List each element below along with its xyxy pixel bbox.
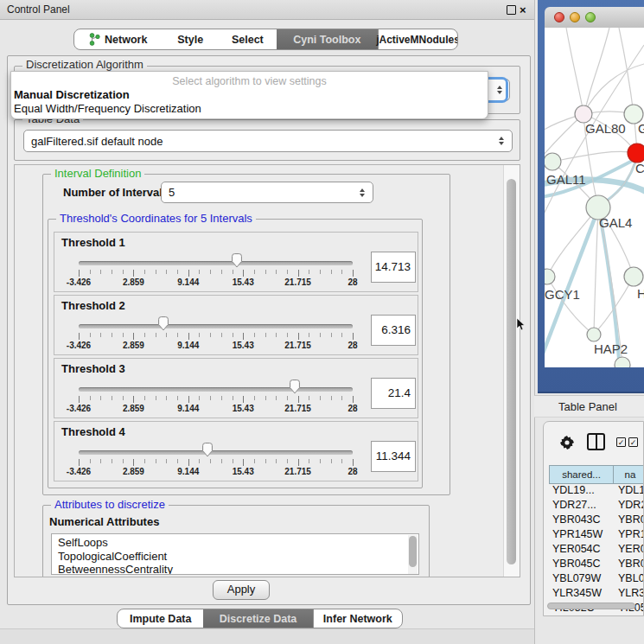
network-node-label: GA [638, 121, 644, 136]
threshold-slider[interactable] [79, 324, 353, 328]
control-panel-titlebar: Control Panel × [0, 0, 534, 20]
slider-thumb[interactable] [230, 252, 244, 268]
network-node-label: HAP2 [594, 341, 628, 356]
network-node-label: C [635, 161, 644, 175]
threshold-label: Threshold 1 [61, 236, 125, 249]
apply-button[interactable]: Apply [213, 580, 270, 600]
control-panel: Control Panel × Network Style Select Cyn… [0, 0, 535, 644]
attribute-list-item[interactable]: TopologicalCoefficient [52, 550, 418, 564]
tab-impute-data[interactable]: Impute Data [118, 609, 203, 628]
network-node[interactable] [545, 269, 555, 284]
attribute-list-item[interactable]: BetweennessCentrality [52, 563, 418, 575]
threshold-label: Threshold 2 [61, 299, 125, 312]
group-title: Attributes to discretize [51, 499, 169, 511]
network-canvas[interactable]: GAL80GACGAL11GAL4GCY1HHAP2 [545, 28, 644, 367]
node-table-rows: YDL19...YDL19YDR27...YDR27YBR043CYBR04YP… [544, 484, 644, 616]
network-node[interactable] [615, 357, 630, 367]
slider-thumb[interactable] [288, 379, 302, 394]
table-row[interactable]: YDL19...YDL19 [544, 484, 644, 499]
bottom-strip [0, 628, 534, 644]
table-row[interactable]: YER054CYER05 [544, 543, 644, 558]
table-panel-title: Table Panel [558, 400, 617, 413]
network-window-titlebar[interactable] [545, 7, 644, 29]
network-node[interactable] [587, 328, 601, 341]
tab-network[interactable]: Network [74, 29, 162, 49]
gear-icon[interactable] [560, 436, 574, 450]
tab-cyni-toolbox[interactable]: Cyni Toolbox [277, 29, 378, 49]
threshold-slider[interactable] [79, 261, 353, 265]
horizontal-scrollbar[interactable] [547, 603, 635, 609]
settings-scroll-viewport: Interval Definition Number of Intervals … [14, 164, 520, 577]
network-node[interactable] [628, 143, 644, 163]
attribute-list-item[interactable]: SelfLoops [52, 536, 418, 550]
close-traffic-light-icon[interactable] [554, 12, 564, 22]
tab-label: Network [105, 34, 147, 46]
table-row[interactable]: YLR345WYLR34 [544, 587, 644, 602]
column-header-name[interactable]: na [613, 465, 644, 484]
checkbox-icon[interactable]: ✓ [616, 437, 626, 447]
network-node-label: H [637, 286, 644, 301]
table-data-combobox[interactable]: galFiltered.sif default node [23, 130, 513, 152]
group-title: Threshold's Coordinates for 5 Intervals [56, 213, 256, 225]
app-root: Control Panel × Network Style Select Cyn… [0, 0, 644, 644]
close-icon[interactable]: × [520, 3, 526, 16]
network-node-label: GAL80 [585, 121, 626, 136]
table-row[interactable]: YBR045CYBR04 [544, 558, 644, 572]
threshold-value-field[interactable]: 14.713 [371, 252, 416, 283]
list-scrollbar[interactable] [408, 535, 418, 574]
threshold-value-field[interactable]: 6.316 [371, 315, 416, 346]
network-icon [89, 33, 100, 46]
threshold-1-card: Threshold 1 -3.4262.8599.14415.4321.7152… [54, 232, 418, 292]
numerical-attributes-label: Numerical Attributes [49, 515, 159, 528]
column-header-shared-name[interactable]: shared... [549, 465, 614, 484]
network-node-label: GCY1 [545, 287, 580, 302]
network-node-label: GAL4 [599, 215, 632, 230]
algorithm-option-equal-width[interactable]: Equal Width/Frequency Discretization [14, 102, 201, 115]
table-panel-header: Table Panel [534, 395, 644, 418]
threshold-value-field[interactable]: 11.344 [371, 441, 416, 472]
network-node[interactable] [624, 267, 643, 286]
threshold-3-card: Threshold 3 -3.4262.8599.14415.4321.7152… [54, 358, 418, 418]
network-node[interactable] [545, 153, 561, 170]
table-row[interactable]: YBL079WYBL07 [544, 572, 644, 587]
number-of-intervals-combobox[interactable]: 5 [161, 182, 373, 203]
threshold-label: Threshold 3 [61, 362, 125, 375]
minimize-traffic-light-icon[interactable] [570, 12, 580, 22]
tab-infer-network[interactable]: Infer Network [313, 609, 402, 628]
tab-select[interactable]: Select [219, 29, 277, 49]
cyni-mode-tabs: Impute Data Discretize Data Infer Networ… [117, 609, 403, 628]
tab-discretize-data[interactable]: Discretize Data [203, 609, 312, 628]
table-row[interactable]: YDR27...YDR27 [544, 499, 644, 513]
stepper-icon [360, 188, 365, 197]
mouse-cursor [516, 318, 526, 332]
float-window-icon[interactable] [507, 5, 516, 15]
threshold-slider[interactable] [79, 387, 353, 392]
slider-thumb[interactable] [201, 442, 214, 457]
threshold-label: Threshold 4 [61, 425, 125, 438]
tab-jactivemnodules[interactable]: jActiveMNodules [378, 29, 457, 49]
checkbox-icon[interactable]: ✓ [628, 437, 638, 447]
table-data-value: galFiltered.sif default node [24, 135, 499, 148]
panel-tabs: Network Style Select Cyni Toolbox jActiv… [73, 29, 458, 50]
vertical-scrollbar[interactable] [503, 165, 520, 577]
table-row[interactable]: YBR043CYBR04 [544, 513, 644, 528]
network-node[interactable] [575, 105, 592, 123]
threshold-value-field[interactable]: 21.4 [371, 378, 416, 409]
tab-style[interactable]: Style [162, 29, 219, 49]
network-node-label: GAL11 [546, 172, 586, 187]
split-panel-icon[interactable] [587, 433, 605, 450]
slider-thumb[interactable] [156, 316, 170, 331]
table-row[interactable]: YPR145WYPR14 [544, 528, 644, 543]
stepper-icon [499, 137, 504, 145]
group-title: Discretization Algorithm [22, 59, 147, 71]
threshold-slider[interactable] [79, 450, 353, 455]
threshold-2-card: Threshold 2 -3.4262.8599.14415.4321.7152… [54, 295, 418, 355]
group-title: Interval Definition [51, 168, 144, 180]
node-table-card: ✓ ✓ shared... na YDL19...YDL19YDR27...YD… [543, 421, 644, 616]
number-of-intervals-label: Number of Intervals [63, 186, 169, 199]
algorithm-option-manual[interactable]: Manual Discretization [14, 88, 130, 101]
panel-title: Control Panel [7, 3, 70, 16]
intervals-value: 5 [162, 186, 360, 199]
scrollbar-thumb[interactable] [507, 179, 516, 564]
zoom-traffic-light-icon[interactable] [585, 12, 596, 22]
